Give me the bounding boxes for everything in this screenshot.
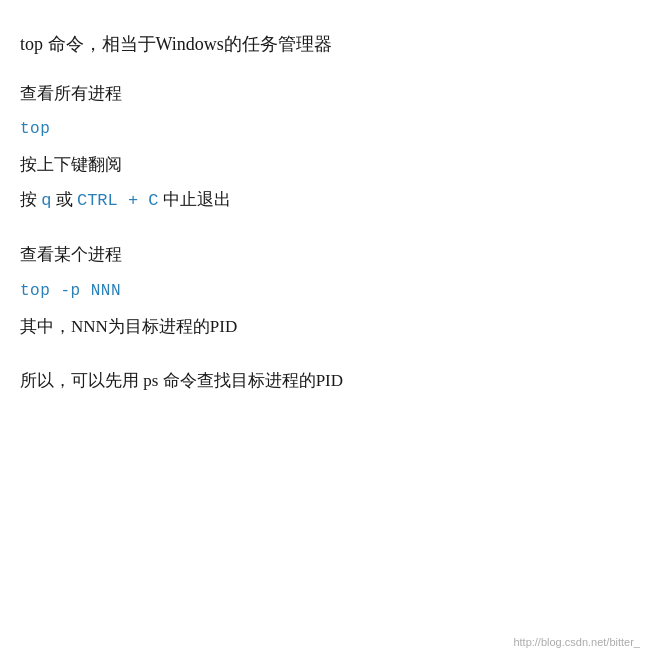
- desc-nnn: 其中，NNN为目标进程的PID: [20, 312, 630, 343]
- inline-ctrl-c: CTRL + C: [77, 191, 159, 210]
- page-title: top 命令，相当于Windows的任务管理器: [20, 30, 630, 59]
- section-view-one: 查看某个进程 top -p NNN 其中，NNN为目标进程的PID: [20, 240, 630, 342]
- section-tip: 所以，可以先用 ps 命令查找目标进程的PID: [20, 366, 630, 397]
- code-top: top: [20, 115, 630, 144]
- inline-q: q: [41, 191, 51, 210]
- tip-heading: 所以，可以先用 ps 命令查找目标进程的PID: [20, 366, 630, 397]
- section-heading-all: 查看所有进程: [20, 79, 630, 110]
- section-heading-one: 查看某个进程: [20, 240, 630, 271]
- code-top-p: top -p NNN: [20, 277, 630, 306]
- title-text: 命令，相当于Windows的任务管理器: [43, 34, 332, 54]
- desc-arrow-keys: 按上下键翻阅: [20, 150, 630, 181]
- desc-quit: 按 q 或 CTRL + C 中止退出: [20, 185, 630, 217]
- title-cmd: top: [20, 34, 43, 54]
- inline-ps: ps: [143, 371, 158, 390]
- section-view-all: 查看所有进程 top 按上下键翻阅 按 q 或 CTRL + C 中止退出: [20, 79, 630, 217]
- main-content: top 命令，相当于Windows的任务管理器 查看所有进程 top 按上下键翻…: [20, 30, 630, 397]
- watermark: http://blog.csdn.net/bitter_: [513, 636, 640, 648]
